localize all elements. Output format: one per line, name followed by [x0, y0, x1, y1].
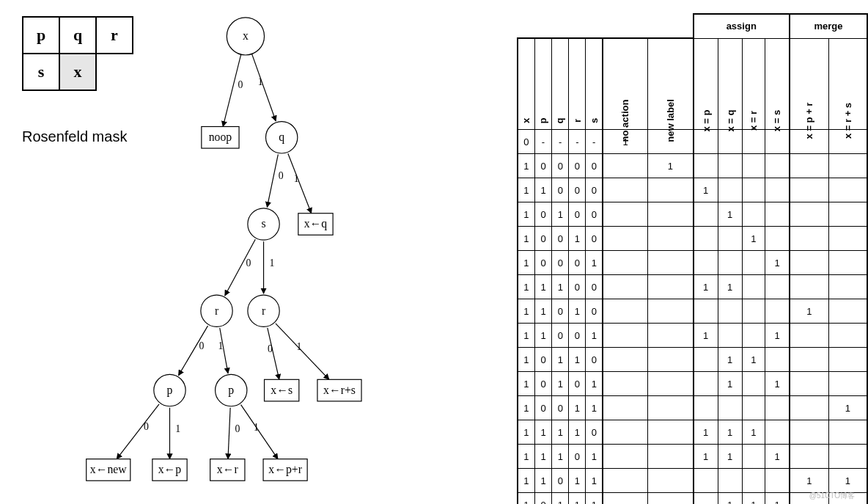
tree-edge-label: 0 [235, 423, 240, 434]
truth-cell: 1 [569, 420, 586, 445]
tree-edge-label: 0 [238, 79, 243, 90]
truth-cell: 0 [534, 493, 551, 505]
tree-edge-label: 1 [218, 340, 223, 351]
truth-cell: 1 [718, 202, 742, 227]
truth-cell: 1 [742, 348, 765, 372]
tree-node-label: r [262, 304, 266, 317]
truth-cell: - [534, 130, 551, 154]
truth-cell [765, 396, 790, 420]
truth-cell: 1 [586, 372, 603, 396]
truth-cell [828, 445, 867, 469]
truth-cell: 1 [790, 299, 828, 324]
truth-cell [790, 154, 828, 178]
truth-cell [694, 299, 718, 324]
tree-edge [117, 404, 159, 459]
truth-cell: 0 [534, 227, 551, 251]
truth-cell: 1 [586, 324, 603, 348]
truth-cell [648, 299, 694, 324]
truth-cell [742, 130, 765, 154]
truth-cell [718, 396, 742, 420]
truth-cell [603, 154, 647, 178]
truth-cell [790, 251, 828, 275]
truth-cell [694, 130, 718, 154]
truth-cell: 1 [648, 154, 694, 178]
truth-cell [603, 251, 647, 275]
tree-edge-label: 1 [258, 76, 263, 87]
truth-cell: 0 [569, 202, 586, 227]
truth-cell [742, 372, 765, 396]
truth-cell: 1 [586, 396, 603, 420]
truth-cell: 0 [534, 251, 551, 275]
truth-cell [742, 396, 765, 420]
section-assign: assign [694, 14, 790, 38]
truth-cell: 1 [569, 348, 586, 372]
truth-cell: 0 [586, 202, 603, 227]
truth-cell: 1 [828, 469, 867, 493]
truth-cell [718, 324, 742, 348]
truth-cell: 1 [518, 445, 534, 469]
truth-cell: 1 [518, 299, 534, 324]
truth-cell [603, 420, 647, 445]
col-header: p [538, 118, 549, 124]
truth-cell: 1 [518, 202, 534, 227]
tree-edge [288, 153, 312, 213]
truth-cell: 1 [765, 324, 790, 348]
tree-edge-label: 1 [254, 422, 259, 433]
tree-edge [276, 324, 329, 379]
truth-cell [648, 396, 694, 420]
truth-cell: 0 [586, 420, 603, 445]
truth-cell: 0 [552, 396, 569, 420]
truth-cell [603, 396, 647, 420]
truth-cell: 1 [718, 445, 742, 469]
tree-edge-label: 0 [268, 343, 273, 354]
truth-cell [603, 445, 647, 469]
truth-cell: 1 [694, 420, 718, 445]
truth-cell [603, 348, 647, 372]
truth-cell [603, 493, 647, 505]
truth-cell: 1 [552, 348, 569, 372]
tree-edge [251, 53, 276, 121]
truth-cell: 1 [569, 396, 586, 420]
truth-cell: 1 [765, 251, 790, 275]
section-merge: merge [790, 14, 867, 38]
truth-cell: 1 [586, 445, 603, 469]
truth-cell [603, 372, 647, 396]
truth-cell: 1 [552, 493, 569, 505]
truth-cell [694, 469, 718, 493]
col-header: x = p [700, 110, 711, 132]
truth-cell [790, 420, 828, 445]
col-header: no action [620, 100, 631, 142]
truth-cell: 1 [518, 420, 534, 445]
truth-cell: 0 [534, 202, 551, 227]
truth-cell [790, 396, 828, 420]
col-header: s [589, 118, 600, 123]
col-header: q [555, 118, 566, 124]
col-header: r [572, 119, 583, 123]
truth-cell [765, 154, 790, 178]
truth-cell [765, 202, 790, 227]
truth-cell: 1 [742, 493, 765, 505]
truth-cell: 1 [765, 493, 790, 505]
tree-edge-label: 0 [144, 421, 149, 432]
truth-cell: 0 [552, 324, 569, 348]
truth-cell: 0 [552, 251, 569, 275]
tree-edge-label: 0 [199, 340, 204, 351]
truth-cell: 1 [518, 396, 534, 420]
tree-node-label: x←p+r [268, 463, 302, 476]
truth-cell: 0 [534, 348, 551, 372]
truth-cell: 1 [586, 469, 603, 493]
truth-cell: 0 [586, 299, 603, 324]
truth-cell [648, 420, 694, 445]
tree-node-label: x←r+s [323, 384, 356, 396]
truth-cell [742, 178, 765, 202]
mask-cell-s: s [23, 54, 59, 90]
truth-cell: 1 [534, 420, 551, 445]
truth-cell: 1 [569, 227, 586, 251]
truth-cell: 1 [518, 469, 534, 493]
col-header: x = s [772, 110, 783, 131]
truth-cell: 1 [518, 178, 534, 202]
truth-cell [694, 251, 718, 275]
tree-node-label: p [228, 384, 234, 397]
truth-cell: 0 [569, 251, 586, 275]
truth-cell: 0 [569, 372, 586, 396]
